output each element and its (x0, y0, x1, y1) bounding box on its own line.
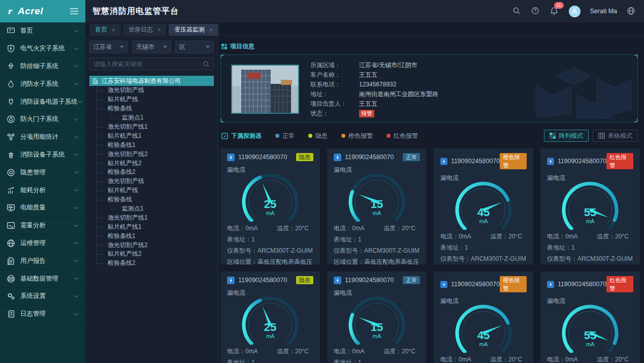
detector-card-2[interactable]: 11909024580070 橙色报警 漏电流 45 mA 电流：0mA温度：2… (434, 148, 533, 264)
temp-value: 20°C (295, 225, 309, 232)
tab-0[interactable]: 首页× (89, 24, 121, 36)
tree-item-16[interactable]: 检验条线1 (89, 231, 214, 240)
tree-item-11[interactable]: 贴片机产线 (89, 186, 214, 195)
tree-item-3[interactable]: 监测点1 (89, 113, 214, 123)
tree-item-13[interactable]: 监测点1 (89, 204, 214, 214)
chevron-down-icon (78, 100, 82, 103)
detector-card-6[interactable]: 11909024580070 橙色报警 漏电流 45 mA 电流：0mA温度：2… (434, 271, 533, 363)
tree-item-19[interactable]: 检验条线2 (89, 259, 214, 268)
sidebar-item-5[interactable]: 防火门子系统 (0, 111, 85, 129)
globe-icon[interactable] (627, 7, 636, 16)
sidebar-item-16[interactable]: 日志管理 (0, 306, 85, 323)
base-data-icon (7, 275, 15, 283)
tree-item-5[interactable]: 贴片机产线1 (89, 131, 214, 140)
project-field-value: 王五五 (359, 71, 438, 79)
tree-item-0[interactable]: 激光切割产线 (89, 86, 214, 95)
tab-close-icon[interactable]: × (112, 26, 115, 34)
tree-item-1[interactable]: 贴片机产线 (89, 95, 214, 104)
log-icon (7, 310, 15, 318)
card-details: 电流：0mA温度：20°C 表地址：1 仪表型号：ARCM300T-Z-GUIM… (227, 347, 313, 363)
sidebar-item-12[interactable]: 运维管理 (0, 235, 85, 253)
alarm-badge: 报警 (359, 110, 374, 117)
sidebar-item-15[interactable]: 系统设置 (0, 288, 85, 306)
sidebar-item-8[interactable]: 隐患管理 (0, 164, 85, 182)
legend-item-2: 橙色报警 (341, 132, 373, 140)
tree-item-6[interactable]: 检验条线1 (89, 140, 214, 149)
tree-item-10[interactable]: 激光切割产线 (89, 177, 214, 186)
avatar[interactable] (569, 6, 581, 17)
search-input[interactable] (93, 60, 203, 68)
search-icon[interactable] (203, 60, 210, 68)
table-mode-button[interactable]: 表格模式 (593, 130, 638, 142)
tree-item-8[interactable]: 贴片机产线2 (89, 159, 214, 168)
sidebar-item-4[interactable]: 消防设备电源子系统 (0, 93, 85, 111)
tree-item-15[interactable]: 贴片机产线1 (89, 222, 214, 231)
device-icon (547, 158, 554, 165)
tree-search (89, 57, 214, 70)
sidebar-item-1[interactable]: 电气火灾子系统 (0, 40, 85, 58)
smoke-exhaust-icon (7, 62, 15, 71)
fire-device-icon (7, 150, 15, 159)
energy-usage-icon (7, 133, 15, 141)
chevron-down-icon (74, 189, 79, 192)
detector-card-0[interactable]: 11909024580070 隐患 漏电流 25 mA 电流：0mA温度：20°… (220, 148, 320, 264)
sidebar-item-3[interactable]: 消防水子系统 (0, 75, 85, 93)
sidebar-item-label: 系统设置 (20, 292, 46, 300)
tree-item-7[interactable]: 激光切割产线2 (89, 149, 214, 159)
current-label: 电流： (227, 225, 245, 232)
acrel-logo: Acrel (7, 6, 43, 17)
bell-icon[interactable]: 11 (550, 7, 559, 16)
legend-dot (387, 134, 391, 138)
district-select[interactable]: 区 (175, 41, 214, 53)
chevron-down-icon (74, 241, 79, 245)
sidebar-item-11[interactable]: 需量分析 (0, 217, 85, 235)
tree-item-9[interactable]: 检验条线2 (89, 168, 214, 177)
device-id: 11909024580070 (558, 281, 606, 288)
project-status-value: 报警 (359, 110, 438, 118)
sidebar-item-0[interactable]: 首页 (0, 22, 85, 40)
tree-item-2[interactable]: 检验条线 (89, 104, 214, 113)
sidebar-menu: 首页电气火灾子系统防排烟子系统消防水子系统消防设备电源子系统防火门子系统分项用能… (0, 22, 85, 323)
sidebar-item-9[interactable]: 能耗分析 (0, 182, 85, 199)
detector-card-3[interactable]: 11909024580070 红色报警 漏电流 55 mA 电流：0mA温度：2… (540, 148, 640, 264)
chevron-down-icon (74, 206, 79, 209)
tab-2[interactable]: 变压器监测× (169, 24, 218, 36)
detector-card-1[interactable]: 11909024580070 正常 漏电流 15 mA 电流：0mA温度：20°… (327, 148, 427, 264)
city-select[interactable]: 无锡市 (132, 41, 171, 53)
tab-close-icon[interactable]: × (157, 26, 161, 34)
sidebar-item-10[interactable]: 电能质量 (0, 199, 85, 217)
area-location-row: 区域位置：高低压配电房高低压配电房高低压配电房 (334, 258, 421, 264)
legend-label: 隐患 (315, 132, 328, 140)
sidebar-item-13[interactable]: 用户报告 (0, 252, 85, 270)
tree-root-company[interactable]: 江苏安科瑞电器制造有限公司 (89, 76, 214, 86)
svg-text:15: 15 (371, 321, 383, 334)
project-field-label: 项目负责人： (310, 100, 359, 108)
tree-item-18[interactable]: 贴片机产线2 (89, 250, 214, 259)
tab-close-icon[interactable]: × (209, 26, 213, 34)
tree-item-12[interactable]: 检验条线 (89, 195, 214, 204)
device-id: 11909024580070 (238, 277, 287, 284)
tab-1[interactable]: 登录日志× (123, 24, 167, 36)
search-icon[interactable] (512, 7, 522, 16)
sidebar-item-14[interactable]: 基础数据管理 (0, 270, 85, 288)
sidebar-item-2[interactable]: 防排烟子系统 (0, 58, 85, 76)
province-select[interactable]: 江苏省 (89, 41, 128, 53)
sidebar-item-7[interactable]: 消防设备子系统 (0, 146, 85, 164)
current-label: 电流： (334, 225, 352, 232)
leakage-gauge: 55 mA (547, 180, 633, 230)
tree-item-17[interactable]: 激光切割产线2 (89, 240, 214, 250)
current-value: 0mA (565, 356, 578, 363)
hamburger-menu-icon[interactable] (70, 8, 79, 15)
temp-label: 温度： (383, 348, 402, 355)
grid-mode-button[interactable]: 阵列模式 (544, 130, 589, 142)
meter-model-row: 仪表型号：ARCM300T-Z-GUIM (547, 255, 633, 263)
tree-item-14[interactable]: 激光切割产线1 (89, 213, 214, 222)
detector-card-7[interactable]: 11909024580070 红色报警 漏电流 55 mA 电流：0mA温度：2… (540, 271, 640, 363)
detector-card-5[interactable]: 11909024580070 正常 漏电流 15 mA 电流：0mA温度：20°… (327, 271, 427, 363)
page-title: 智慧消防用电监管平台 (92, 6, 179, 17)
tree-item-4[interactable]: 激光切割产线1 (89, 123, 214, 132)
help-icon[interactable] (531, 7, 540, 16)
demand-analysis-icon (7, 221, 15, 230)
sidebar-item-6[interactable]: 分项用能统计 (0, 129, 85, 146)
detector-card-4[interactable]: 11909024580070 隐患 漏电流 25 mA 电流：0mA温度：20°… (220, 271, 320, 363)
